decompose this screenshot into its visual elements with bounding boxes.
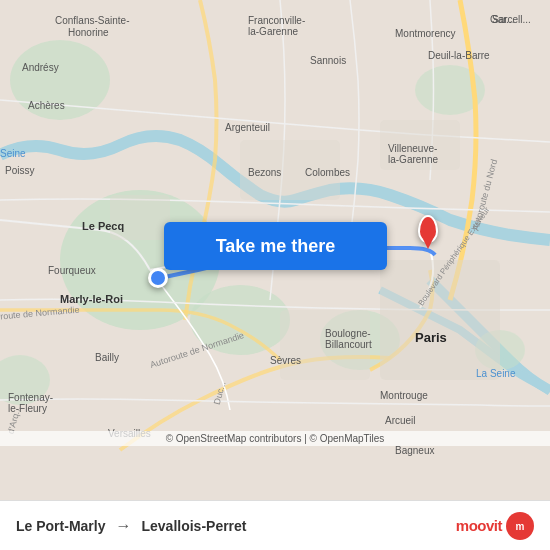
- destination-pin: [418, 215, 438, 243]
- svg-rect-12: [380, 120, 460, 170]
- svg-rect-10: [110, 195, 170, 240]
- route-arrow: →: [115, 517, 131, 535]
- map-attribution: © OpenStreetMap contributors | © OpenMap…: [0, 431, 550, 446]
- svg-rect-8: [380, 260, 500, 380]
- bottom-bar: Le Port-Marly → Levallois-Perret moovit …: [0, 500, 550, 550]
- button-label: Take me there: [216, 236, 336, 257]
- svg-rect-11: [240, 140, 340, 200]
- moovit-text: moovit: [456, 517, 502, 534]
- moovit-icon: m: [506, 512, 534, 540]
- map-container: Conflans-Sainte- Honorine Andrésy Achère…: [0, 0, 550, 500]
- svg-rect-9: [280, 310, 370, 380]
- svg-point-2: [190, 285, 290, 355]
- origin-label: Le Port-Marly: [16, 518, 105, 534]
- origin-marker: [148, 268, 168, 288]
- destination-label: Levallois-Perret: [141, 518, 246, 534]
- moovit-logo: moovit m: [456, 512, 534, 540]
- take-me-there-button[interactable]: Take me there: [164, 222, 387, 270]
- svg-text:m: m: [516, 521, 525, 532]
